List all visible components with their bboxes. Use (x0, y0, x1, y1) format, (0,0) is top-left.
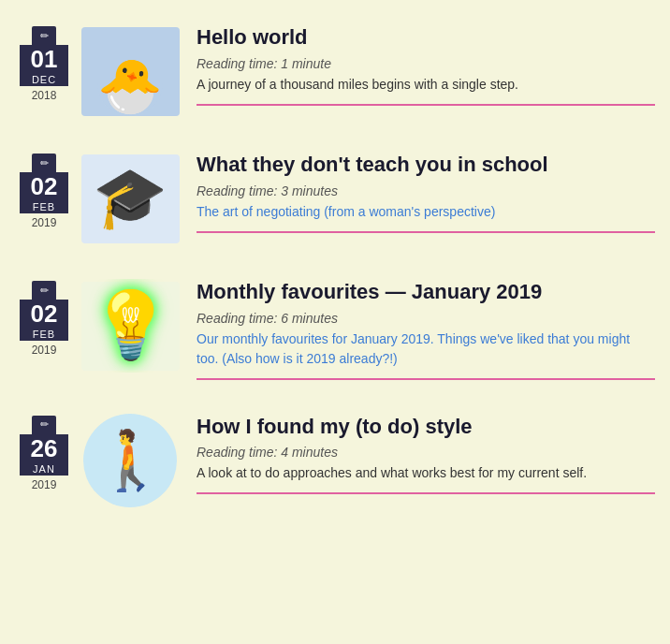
pencil-icon: ✏ (32, 154, 56, 172)
date-day: 26 (20, 434, 68, 462)
reading-time: Reading time: 3 minutes (197, 183, 655, 198)
post-title[interactable]: How I found my (to do) style (197, 414, 655, 440)
post-title[interactable]: Monthly favourites — January 2019 (197, 279, 655, 305)
pencil-icon: ✏ (32, 26, 56, 45)
date-month: FEB (20, 200, 68, 213)
post-thumbnail: 🎓 (79, 152, 182, 245)
reading-time: Reading time: 1 minute (197, 56, 655, 71)
post-excerpt: The art of negotiating (from a woman's p… (197, 202, 655, 222)
post-item[interactable]: ✏02FEB2019💡Monthly favourites — January … (15, 270, 655, 393)
post-item[interactable]: ✏26JAN2019🚶How I found my (to do) styleR… (15, 404, 655, 520)
post-content: Monthly favourites — January 2019Reading… (197, 279, 655, 380)
post-thumbnail: 🐣 (79, 24, 182, 118)
date-month: DEC (20, 73, 68, 86)
post-item[interactable]: ✏01DEC2018🐣Hello worldReading time: 1 mi… (15, 15, 655, 131)
date-year: 2018 (32, 89, 57, 102)
date-badge: ✏01DEC2018 (15, 24, 73, 102)
date-month: FEB (20, 328, 68, 341)
post-content: Hello worldReading time: 1 minuteA journ… (197, 24, 655, 106)
post-excerpt: Our monthly favourites for January 2019.… (197, 329, 655, 369)
date-year: 2019 (32, 344, 57, 357)
post-excerpt: A look at to do approaches and what work… (197, 463, 655, 483)
date-badge: ✏26JAN2019 (15, 414, 73, 491)
post-title[interactable]: Hello world (197, 24, 655, 51)
post-content: What they don't teach you in schoolReadi… (197, 152, 655, 233)
date-year: 2019 (32, 216, 57, 229)
date-month: JAN (20, 462, 68, 476)
date-day: 02 (20, 300, 68, 328)
post-title[interactable]: What they don't teach you in school (197, 152, 655, 178)
reading-time: Reading time: 4 minutes (197, 445, 655, 460)
post-thumbnail: 🚶 (79, 414, 182, 507)
date-day: 01 (20, 45, 68, 73)
post-excerpt: A journey of a thousand miles begins wit… (197, 75, 655, 95)
date-badge: ✏02FEB2019 (15, 279, 73, 357)
post-content: How I found my (to do) styleReading time… (197, 414, 655, 495)
pencil-icon: ✏ (32, 281, 56, 300)
pencil-icon: ✏ (32, 416, 56, 434)
date-badge: ✏02FEB2019 (15, 152, 73, 229)
post-list: ✏01DEC2018🐣Hello worldReading time: 1 mi… (15, 15, 655, 520)
post-item[interactable]: ✏02FEB2019🎓What they don't teach you in … (15, 142, 655, 258)
date-year: 2019 (32, 478, 57, 491)
date-day: 02 (20, 172, 68, 200)
post-thumbnail: 💡 (79, 279, 182, 373)
reading-time: Reading time: 6 minutes (197, 311, 655, 326)
